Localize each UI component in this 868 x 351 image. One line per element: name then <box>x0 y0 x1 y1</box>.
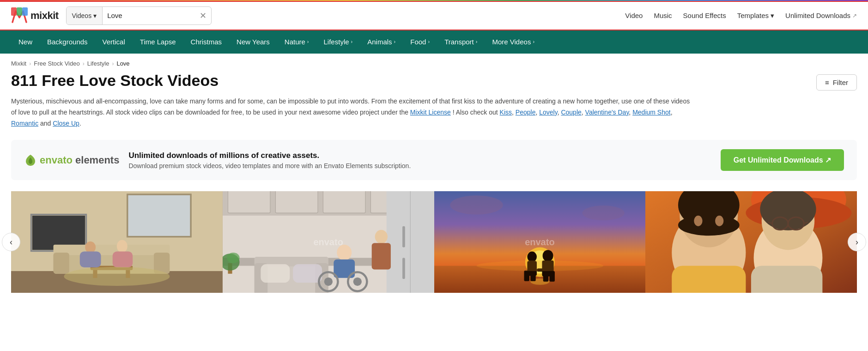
svg-point-74 <box>678 215 740 236</box>
nav-sound-effects[interactable]: Sound Effects <box>683 12 726 19</box>
svg-rect-65 <box>549 271 554 282</box>
envato-brand-text: envato elements <box>40 154 119 166</box>
svg-point-62 <box>542 250 553 262</box>
logo[interactable]: mixkit <box>11 7 59 24</box>
related-kiss[interactable]: Kiss <box>500 109 512 116</box>
svg-point-75 <box>694 216 703 226</box>
video-carousel: ‹ <box>11 191 857 293</box>
video-scene <box>223 191 434 293</box>
related-people[interactable]: People <box>516 109 536 116</box>
breadcrumb: Mixkit › Free Stock Video › Lifestyle › … <box>0 54 868 72</box>
carousel-next-button[interactable]: › <box>848 233 866 251</box>
video-item[interactable] <box>645 191 857 293</box>
svg-rect-2 <box>11 7 17 16</box>
mixkit-license-link[interactable]: Mixkit License <box>410 109 451 116</box>
svg-rect-26 <box>275 191 318 213</box>
related-couple[interactable]: Couple <box>561 109 581 116</box>
svg-rect-19 <box>80 252 101 267</box>
svg-rect-47 <box>371 243 390 270</box>
description: Mysterious, mischievous and all-encompas… <box>11 96 695 129</box>
video-item[interactable]: envato <box>223 191 434 293</box>
svg-point-46 <box>375 230 387 244</box>
related-valentines[interactable]: Valentine's Day <box>585 109 629 116</box>
video-scene <box>434 191 646 293</box>
svg-rect-38 <box>261 264 290 283</box>
envato-subtext: Download premium stock videos, video tem… <box>128 162 711 169</box>
cat-transport[interactable]: Transport › <box>437 30 485 54</box>
breadcrumb-sep-3: › <box>112 61 114 67</box>
svg-point-76 <box>715 216 723 226</box>
svg-point-20 <box>117 240 127 253</box>
cat-animals[interactable]: Animals › <box>360 30 403 54</box>
cat-nature[interactable]: Nature › <box>277 30 316 54</box>
svg-point-58 <box>527 252 537 262</box>
svg-rect-3 <box>17 7 22 16</box>
envato-headline: Unlimited downloads of millions of creat… <box>128 151 711 160</box>
filter-button[interactable]: ≡ Filter <box>816 74 857 91</box>
filter-icon: ≡ <box>825 79 829 86</box>
svg-rect-25 <box>228 191 270 213</box>
lifestyle-chevron-icon: › <box>351 39 353 44</box>
svg-rect-27 <box>323 191 365 213</box>
svg-rect-13 <box>54 253 69 274</box>
header: mixkit Videos ▾ ✕ Video Music Sound Effe… <box>0 2 868 30</box>
page-title: 811 Free Love Stock Videos <box>11 72 219 90</box>
svg-point-43 <box>324 278 332 286</box>
video-item[interactable]: envato <box>434 191 646 293</box>
svg-rect-81 <box>751 266 822 293</box>
cat-new[interactable]: New <box>11 30 40 54</box>
cat-backgrounds[interactable]: Backgrounds <box>40 30 95 54</box>
logo-icon <box>11 7 28 24</box>
page-title-row: 811 Free Love Stock Videos ≡ Filter <box>11 72 857 91</box>
category-nav: New Backgrounds Vertical Time Lapse Chri… <box>0 30 868 54</box>
svg-point-22 <box>64 267 170 286</box>
header-nav: Video Music Sound Effects Templates ▾ Un… <box>625 12 857 20</box>
video-grid: envato <box>11 191 857 293</box>
search-input[interactable] <box>103 7 195 24</box>
nav-templates[interactable]: Templates ▾ <box>737 12 774 20</box>
breadcrumb-free-stock-video[interactable]: Free Stock Video <box>34 60 79 67</box>
search-clear-button[interactable]: ✕ <box>195 11 211 21</box>
prev-icon: ‹ <box>10 237 12 247</box>
cat-christmas[interactable]: Christmas <box>183 30 230 54</box>
svg-point-67 <box>476 260 603 271</box>
cat-more-videos[interactable]: More Videos › <box>485 30 542 54</box>
logo-text: mixkit <box>30 10 59 22</box>
breadcrumb-sep-2: › <box>83 61 85 67</box>
breadcrumb-mixkit[interactable]: Mixkit <box>11 60 26 67</box>
related-medium-shot[interactable]: Medium Shot <box>632 109 670 116</box>
nav-unlimited-downloads[interactable]: Unlimited Downloads ↗ <box>785 12 857 19</box>
related-close-up[interactable]: Close Up <box>53 120 79 127</box>
cat-new-years[interactable]: New Years <box>229 30 277 54</box>
related-romantic[interactable]: Romantic <box>11 120 38 127</box>
nav-video[interactable]: Video <box>625 12 643 19</box>
get-unlimited-button[interactable]: Get Unlimited Downloads ↗ <box>721 149 844 171</box>
envato-copy: Unlimited downloads of millions of creat… <box>128 151 711 169</box>
video-scene <box>11 191 223 293</box>
svg-point-57 <box>582 206 625 220</box>
nav-music[interactable]: Music <box>654 12 672 19</box>
svg-rect-61 <box>530 271 535 281</box>
breadcrumb-lifestyle[interactable]: Lifestyle <box>87 60 109 67</box>
svg-rect-60 <box>524 271 529 281</box>
svg-rect-32 <box>402 258 405 279</box>
video-item[interactable] <box>11 191 223 293</box>
envato-leaf-icon <box>24 154 37 167</box>
next-icon: › <box>856 237 858 247</box>
svg-rect-12 <box>54 245 170 255</box>
search-type-button[interactable]: Videos ▾ <box>67 7 103 24</box>
svg-rect-4 <box>22 7 28 16</box>
cat-vertical[interactable]: Vertical <box>95 30 133 54</box>
cat-lifestyle[interactable]: Lifestyle › <box>316 30 360 54</box>
video-scene <box>645 191 857 293</box>
svg-point-50 <box>227 253 239 263</box>
svg-rect-64 <box>543 271 548 282</box>
cat-time-lapse[interactable]: Time Lapse <box>133 30 183 54</box>
search-type-label: Videos <box>72 12 92 19</box>
svg-point-56 <box>450 196 503 215</box>
related-lovely[interactable]: Lovely <box>539 109 557 116</box>
cat-food[interactable]: Food › <box>403 30 437 54</box>
carousel-prev-button[interactable]: ‹ <box>2 233 20 251</box>
envato-logo: envato elements <box>24 154 119 167</box>
animals-chevron-icon: › <box>394 39 396 44</box>
